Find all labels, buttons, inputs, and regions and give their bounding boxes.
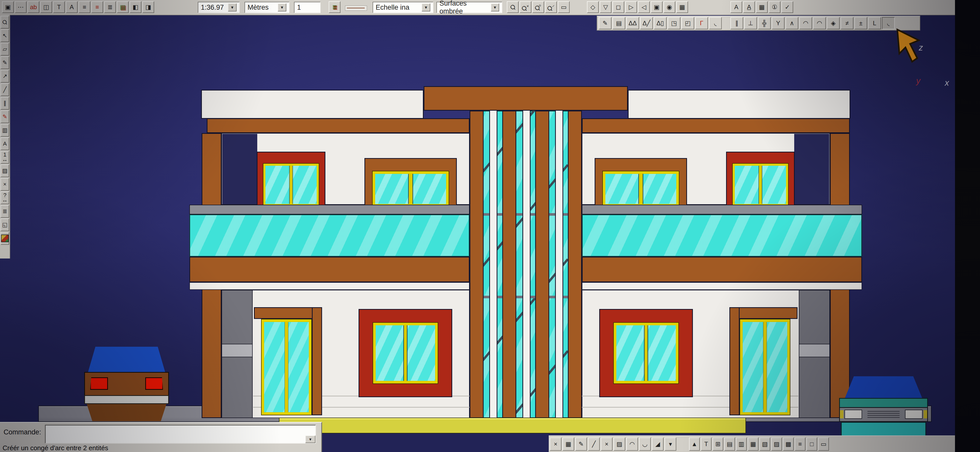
align-lines-icon[interactable]: ≡ xyxy=(79,1,90,13)
pencil2-icon[interactable]: ✎ xyxy=(575,438,587,451)
offset-icon[interactable]: ≠ xyxy=(841,17,853,29)
color-table-icon[interactable]: ▤ xyxy=(117,1,129,13)
triangle-slope-icon[interactable]: Δ╱ xyxy=(640,17,653,29)
zoom-in-icon[interactable]: Ϙ₊ xyxy=(520,1,531,13)
tool-icon-2[interactable]: ▽ xyxy=(600,1,611,13)
echelle-combo[interactable]: Echelle ina ▾ xyxy=(372,2,433,13)
command-history-dropdown[interactable]: ▾ xyxy=(305,435,315,443)
units-combo[interactable]: Mètres ▾ xyxy=(245,2,290,13)
dimension-icon[interactable]: 1 ↔ xyxy=(0,151,9,164)
tool-icon-1[interactable]: ◇ xyxy=(587,1,599,13)
dots-icon[interactable]: ⋯ xyxy=(15,1,27,13)
cross-junction-icon[interactable]: ╬ xyxy=(758,17,771,29)
numbered-bubble-icon[interactable]: ① xyxy=(769,1,780,13)
tool-icon-5[interactable]: ◁ xyxy=(638,1,650,13)
sketch-pencil-icon[interactable]: ✎ xyxy=(599,17,611,29)
t-icon[interactable]: T xyxy=(701,438,711,451)
diamond-junction-icon[interactable]: ◈ xyxy=(827,17,840,29)
diag2-icon[interactable]: ▨ xyxy=(771,438,782,451)
text-cursor-icon[interactable]: T xyxy=(53,1,65,13)
layers-icon[interactable]: ≣ xyxy=(0,205,9,218)
check-icon[interactable]: ✓ xyxy=(781,1,793,13)
hatch2-icon[interactable]: ▨ xyxy=(614,438,625,451)
surface-icon[interactable]: ▱ xyxy=(0,43,9,56)
grid-icon[interactable]: ▦ xyxy=(563,438,574,451)
marker-icon[interactable]: ✎ xyxy=(0,110,9,123)
diag1-icon[interactable]: ▧ xyxy=(759,438,770,451)
block-pair2-icon[interactable]: ◰ xyxy=(681,17,694,29)
scale-combo[interactable]: 1:36.97 ▾ xyxy=(198,2,240,13)
y-junction-icon[interactable]: Y xyxy=(772,17,784,29)
tool-icon-4[interactable]: ▷ xyxy=(625,1,637,13)
fillet-curve-icon[interactable]: ◟ xyxy=(709,17,722,29)
dense-icon[interactable]: ▩ xyxy=(783,438,794,451)
double-triangle-icon[interactable]: ΔΔ xyxy=(626,17,639,29)
chevron-down-icon[interactable]: ▾ xyxy=(491,3,499,11)
zoom-out-icon[interactable]: Ϙ₋ xyxy=(545,1,557,13)
arrow-line-icon[interactable]: ↗ xyxy=(0,70,9,82)
text-style-icon[interactable]: A xyxy=(66,1,78,13)
zoom-dynamic-icon[interactable]: Ϙ▫ xyxy=(532,1,544,13)
zoom-extents-icon[interactable]: ▭ xyxy=(558,1,570,13)
cols-icon[interactable]: ▥ xyxy=(736,438,747,451)
lines-icon[interactable]: ≡ xyxy=(795,438,805,451)
tool-icon-3[interactable]: ◻ xyxy=(612,1,624,13)
chevron-down-icon[interactable]: ▾ xyxy=(278,3,286,11)
measure-help-icon[interactable]: ? ↔ xyxy=(0,192,9,204)
zoom-shape-icon[interactable]: Ϙ xyxy=(0,16,9,29)
select-arrow-icon[interactable]: ↖ xyxy=(0,29,9,42)
table2-icon[interactable]: ▦ xyxy=(748,438,759,451)
tri-up-icon[interactable]: ▲ xyxy=(689,438,700,451)
render-cube-icon[interactable] xyxy=(0,232,9,245)
block-pair-icon[interactable]: ◳ xyxy=(668,17,680,29)
plan-box-icon[interactable]: ▤ xyxy=(612,17,625,29)
chevron-junction-icon[interactable]: ∧ xyxy=(786,17,798,29)
tee-junction-icon[interactable]: ⊥ xyxy=(744,17,757,29)
text-tool-icon[interactable]: A xyxy=(0,137,9,150)
layers-stack-icon[interactable]: ≣ xyxy=(104,1,116,13)
number-input[interactable]: 1 xyxy=(294,2,321,13)
hatch-icon[interactable]: ▨ xyxy=(0,165,9,177)
line-icon[interactable]: ╱ xyxy=(0,83,9,96)
wedge-icon[interactable]: ▾ xyxy=(665,438,676,451)
align-red-icon[interactable]: ≡ xyxy=(91,1,103,13)
slope-icon[interactable]: ◢ xyxy=(652,438,663,451)
arc-up-icon[interactable]: ◠ xyxy=(626,438,638,451)
level-icon[interactable]: ± xyxy=(854,17,867,29)
hatch-left-icon[interactable]: ◧ xyxy=(130,1,142,13)
triangle-pair-icon[interactable]: Δ▯ xyxy=(654,17,667,29)
linetype-preview[interactable] xyxy=(345,6,367,11)
plus-box-icon[interactable]: ⊞ xyxy=(713,438,723,451)
arc-down-icon[interactable]: ◡ xyxy=(639,438,651,451)
command-input[interactable] xyxy=(45,425,316,444)
palette-icon[interactable]: ◫ xyxy=(40,1,52,13)
wide-box-icon[interactable]: ▭ xyxy=(818,438,829,451)
grid-object-icon[interactable]: ▥ xyxy=(0,124,9,136)
chevron-down-icon[interactable]: ▾ xyxy=(228,3,237,11)
chevron-down-icon[interactable]: ▾ xyxy=(422,3,430,11)
layer-stack-button[interactable]: ≣ xyxy=(329,1,340,13)
corner-red-icon[interactable]: Γ xyxy=(695,17,708,29)
hatch-right-icon[interactable]: ◨ xyxy=(142,1,154,13)
parallel-road-icon[interactable]: ∥ xyxy=(730,17,743,29)
text-a-icon[interactable]: A xyxy=(730,1,742,13)
parallel-lines-icon[interactable]: ∥ xyxy=(0,97,9,109)
delete-icon[interactable]: × xyxy=(550,438,562,451)
drawing-viewport[interactable]: z y x xyxy=(0,0,980,452)
tool-icon-8[interactable]: ▦ xyxy=(676,1,688,13)
tool-icon-7[interactable]: ◉ xyxy=(663,1,675,13)
shade-mode-combo[interactable]: Surfaces ombrée ▾ xyxy=(436,2,502,13)
tool-icon-6[interactable]: ▣ xyxy=(651,1,662,13)
cross-icon[interactable]: × xyxy=(601,438,612,451)
selection-boxes-icon[interactable]: ◱ xyxy=(0,219,9,231)
pencil-icon[interactable]: ✎ xyxy=(0,56,9,69)
sheet-icon[interactable]: ▣ xyxy=(2,1,14,13)
corner-l-icon[interactable]: L xyxy=(868,17,881,29)
text-table-icon[interactable]: A̲ xyxy=(743,1,755,13)
table-icon[interactable]: ▦ xyxy=(756,1,768,13)
fillet-arc-icon[interactable]: ◟ xyxy=(882,17,895,29)
box-icon[interactable]: □ xyxy=(807,438,817,451)
arc-junction-icon[interactable]: ◠ xyxy=(799,17,812,29)
line2-icon[interactable]: ╱ xyxy=(588,438,600,451)
arc-arrow-icon[interactable]: ◠ xyxy=(813,17,826,29)
